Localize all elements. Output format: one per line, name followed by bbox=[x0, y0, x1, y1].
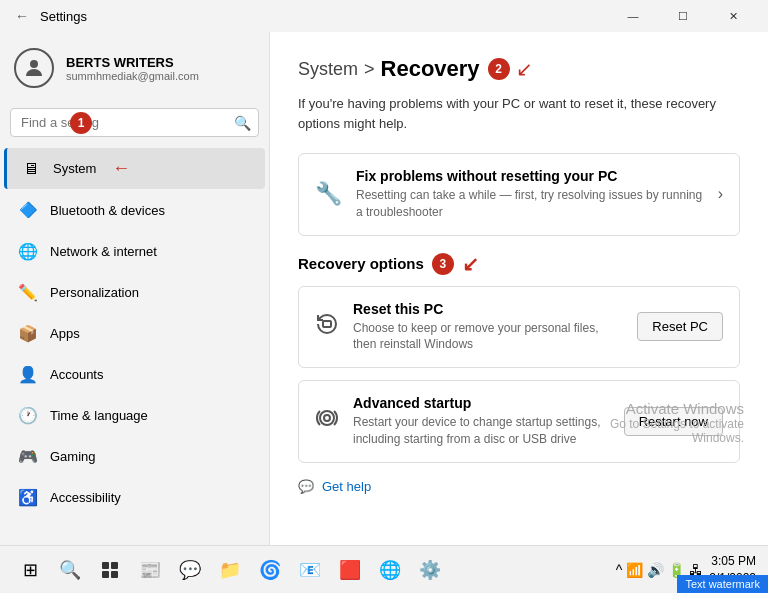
apps-icon: 📦 bbox=[18, 323, 38, 343]
sidebar-item-label: Time & language bbox=[50, 408, 148, 423]
gaming-icon: 🎮 bbox=[18, 446, 38, 466]
volume-icon[interactable]: 🔊 bbox=[647, 562, 664, 578]
breadcrumb-separator: > bbox=[364, 59, 375, 80]
fix-card-desc: Resetting can take a while — first, try … bbox=[356, 187, 704, 221]
user-info: BERTS WRITERS summhmediak@gmail.com bbox=[66, 55, 199, 82]
search-input[interactable] bbox=[10, 108, 259, 137]
title-bar-title: Settings bbox=[40, 9, 87, 24]
sidebar-item-label: Personalization bbox=[50, 285, 139, 300]
task-view-button[interactable] bbox=[92, 552, 128, 588]
reset-pc-option: Reset this PC Choose to keep or remove y… bbox=[298, 286, 740, 369]
breadcrumb-recovery: Recovery bbox=[381, 56, 480, 82]
sidebar-item-accounts[interactable]: 👤 Accounts bbox=[4, 354, 265, 394]
search-badge: 1 bbox=[70, 112, 92, 134]
text-watermark-badge: Text watermark bbox=[677, 575, 768, 593]
time-display: 3:05 PM bbox=[709, 553, 756, 570]
chrome-button[interactable]: 🌐 bbox=[372, 552, 408, 588]
arrow-recovery-icon: ↙ bbox=[462, 252, 479, 276]
reset-option-desc: Choose to keep or remove your personal f… bbox=[353, 320, 623, 354]
arrow-system-icon: ← bbox=[112, 158, 130, 179]
sidebar-item-label: Apps bbox=[50, 326, 80, 341]
nav-list: 🖥 System ← 🔷 Bluetooth & devices 🌐 Netwo… bbox=[0, 147, 269, 518]
sidebar-item-time[interactable]: 🕐 Time & language bbox=[4, 395, 265, 435]
network-icon: 🌐 bbox=[18, 241, 38, 261]
page-description: If you're having problems with your PC o… bbox=[298, 94, 740, 133]
arrow-breadcrumb-icon: ↙ bbox=[516, 57, 533, 81]
personalization-icon: ✏️ bbox=[18, 282, 38, 302]
sidebar: BERTS WRITERS summhmediak@gmail.com 🔍 1 … bbox=[0, 32, 270, 545]
breadcrumb-system: System bbox=[298, 59, 358, 80]
chat-button[interactable]: 💬 bbox=[172, 552, 208, 588]
get-help-link[interactable]: 💬 Get help bbox=[298, 479, 740, 494]
fix-card-content: Fix problems without resetting your PC R… bbox=[356, 168, 704, 221]
bluetooth-icon: 🔷 bbox=[18, 200, 38, 220]
sidebar-item-gaming[interactable]: 🎮 Gaming bbox=[4, 436, 265, 476]
wifi-icon[interactable]: 📶 bbox=[626, 562, 643, 578]
explorer-button[interactable]: 📁 bbox=[212, 552, 248, 588]
start-button[interactable]: ⊞ bbox=[12, 552, 48, 588]
sidebar-item-label: Accounts bbox=[50, 367, 103, 382]
sidebar-item-label: Gaming bbox=[50, 449, 96, 464]
widgets-button[interactable]: 📰 bbox=[132, 552, 168, 588]
search-icon: 🔍 bbox=[234, 115, 251, 131]
svg-rect-1 bbox=[323, 321, 331, 327]
svg-rect-4 bbox=[102, 562, 109, 569]
svg-point-0 bbox=[30, 60, 38, 68]
search-taskbar-button[interactable]: 🔍 bbox=[52, 552, 88, 588]
breadcrumb: System > Recovery 2 ↙ bbox=[298, 56, 740, 82]
reset-icon bbox=[315, 312, 339, 342]
advanced-startup-option: Advanced startup Restart your device to … bbox=[298, 380, 740, 463]
sidebar-item-network[interactable]: 🌐 Network & internet bbox=[4, 231, 265, 271]
taskbar-left: ⊞ 🔍 📰 💬 📁 🌀 📧 🟥 🌐 ⚙️ bbox=[12, 552, 448, 588]
chevron-right-icon: › bbox=[718, 185, 723, 203]
help-icon: 💬 bbox=[298, 479, 314, 494]
fix-problems-card[interactable]: 🔧 Fix problems without resetting your PC… bbox=[298, 153, 740, 236]
svg-rect-6 bbox=[102, 571, 109, 578]
tray-expand-icon[interactable]: ^ bbox=[616, 562, 623, 578]
sidebar-item-personalization[interactable]: ✏️ Personalization bbox=[4, 272, 265, 312]
time-icon: 🕐 bbox=[18, 405, 38, 425]
mail-button[interactable]: 📧 bbox=[292, 552, 328, 588]
svg-point-3 bbox=[320, 411, 334, 425]
content-area: System > Recovery 2 ↙ If you're having p… bbox=[270, 32, 768, 545]
edge-button[interactable]: 🌀 bbox=[252, 552, 288, 588]
restart-now-button[interactable]: Restart now bbox=[624, 407, 723, 436]
system-icon: 🖥 bbox=[21, 159, 41, 179]
maximize-button[interactable]: ☐ bbox=[660, 0, 706, 32]
fix-card-title: Fix problems without resetting your PC bbox=[356, 168, 704, 184]
minimize-button[interactable]: — bbox=[610, 0, 656, 32]
recovery-title-text: Recovery options bbox=[298, 255, 424, 272]
svg-point-2 bbox=[324, 415, 330, 421]
office-button[interactable]: 🟥 bbox=[332, 552, 368, 588]
settings-taskbar-button[interactable]: ⚙️ bbox=[412, 552, 448, 588]
advanced-option-content: Advanced startup Restart your device to … bbox=[353, 395, 610, 448]
recovery-section-title: Recovery options 3 ↙ bbox=[298, 252, 740, 276]
reset-pc-button[interactable]: Reset PC bbox=[637, 312, 723, 341]
avatar bbox=[14, 48, 54, 88]
advanced-option-desc: Restart your device to change startup se… bbox=[353, 414, 610, 448]
sidebar-item-label: Network & internet bbox=[50, 244, 157, 259]
advanced-icon bbox=[315, 406, 339, 436]
recovery-badge: 3 bbox=[432, 253, 454, 275]
search-container: 🔍 1 bbox=[10, 108, 259, 137]
user-name: BERTS WRITERS bbox=[66, 55, 199, 70]
wrench-icon: 🔧 bbox=[315, 181, 342, 207]
breadcrumb-badge: 2 bbox=[488, 58, 510, 80]
back-button[interactable]: ← bbox=[12, 6, 32, 26]
sidebar-item-bluetooth[interactable]: 🔷 Bluetooth & devices bbox=[4, 190, 265, 230]
svg-rect-7 bbox=[111, 571, 118, 578]
close-button[interactable]: ✕ bbox=[710, 0, 756, 32]
user-profile[interactable]: BERTS WRITERS summhmediak@gmail.com bbox=[0, 32, 269, 104]
reset-option-content: Reset this PC Choose to keep or remove y… bbox=[353, 301, 623, 354]
accessibility-icon: ♿ bbox=[18, 487, 38, 507]
sidebar-item-system[interactable]: 🖥 System ← bbox=[4, 148, 265, 189]
sidebar-item-label: System bbox=[53, 161, 96, 176]
sidebar-item-label: Accessibility bbox=[50, 490, 121, 505]
svg-rect-5 bbox=[111, 562, 118, 569]
title-bar: ← Settings — ☐ ✕ bbox=[0, 0, 768, 32]
sidebar-item-accessibility[interactable]: ♿ Accessibility bbox=[4, 477, 265, 517]
advanced-option-title: Advanced startup bbox=[353, 395, 610, 411]
sidebar-item-label: Bluetooth & devices bbox=[50, 203, 165, 218]
sidebar-item-apps[interactable]: 📦 Apps bbox=[4, 313, 265, 353]
reset-option-title: Reset this PC bbox=[353, 301, 623, 317]
